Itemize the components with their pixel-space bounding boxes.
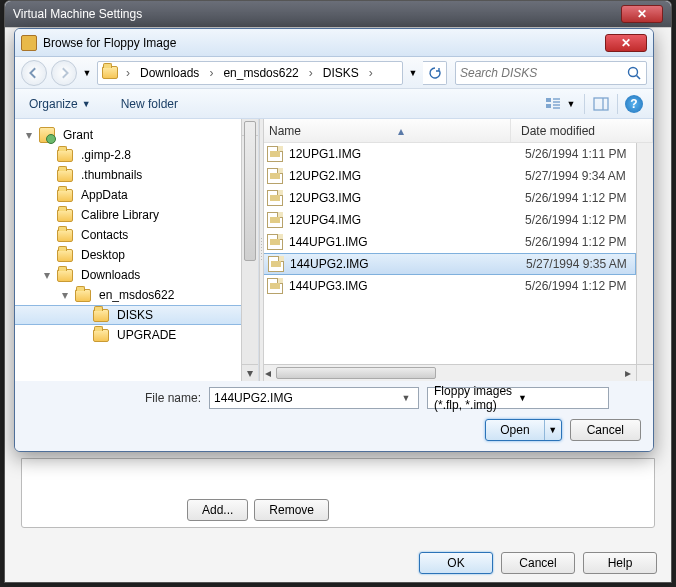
- breadcrumb-dropdown[interactable]: ▼: [407, 62, 419, 84]
- breadcrumb-segment[interactable]: Downloads: [134, 66, 205, 80]
- user-folder-icon: [39, 127, 55, 143]
- filter-label: Floppy images (*.flp, *.img): [434, 384, 518, 412]
- vm-settings-footer: OK Cancel Help: [419, 552, 657, 574]
- hscroll-thumb[interactable]: [276, 367, 436, 379]
- file-date: 5/26/1994 1:12 PM: [525, 213, 636, 227]
- disk-image-icon: [267, 212, 283, 228]
- organize-menu[interactable]: Organize ▼: [23, 94, 97, 114]
- tree-item-label: .gimp-2.8: [81, 148, 131, 162]
- remove-hardware-button[interactable]: Remove: [254, 499, 329, 521]
- chevron-right-icon[interactable]: ›: [205, 66, 217, 80]
- breadcrumb[interactable]: › Downloads›en_msdos622›DISKS›: [97, 61, 403, 85]
- tree-item[interactable]: Contacts: [15, 225, 258, 245]
- scroll-corner: [636, 364, 653, 381]
- file-row[interactable]: 12UPG2.IMG5/27/1994 9:34 AM: [259, 165, 636, 187]
- dialog-close-button[interactable]: ✕: [605, 34, 647, 52]
- scroll-down-arrow[interactable]: ▾: [242, 364, 258, 381]
- view-mode-button[interactable]: [542, 93, 564, 115]
- view-mode-dropdown[interactable]: ▼: [564, 93, 578, 115]
- chevron-right-icon[interactable]: ›: [365, 66, 377, 80]
- file-row[interactable]: 144UPG2.IMG5/27/1994 9:35 AM: [259, 253, 636, 275]
- svg-line-1: [637, 75, 641, 79]
- new-folder-button[interactable]: New folder: [115, 94, 184, 114]
- tree-item[interactable]: AppData: [15, 185, 258, 205]
- nav-back-button[interactable]: [21, 60, 47, 86]
- file-list[interactable]: 12UPG1.IMG5/26/1994 1:11 PM12UPG2.IMG5/2…: [259, 143, 636, 364]
- file-row[interactable]: 12UPG3.IMG5/26/1994 1:12 PM: [259, 187, 636, 209]
- chevron-right-icon[interactable]: ›: [305, 66, 317, 80]
- tree-item[interactable]: ▾Downloads: [15, 265, 258, 285]
- breadcrumb-segment[interactable]: DISKS: [317, 66, 365, 80]
- pane-splitter[interactable]: [259, 119, 264, 381]
- file-row[interactable]: 12UPG1.IMG5/26/1994 1:11 PM: [259, 143, 636, 165]
- nav-history-dropdown[interactable]: ▼: [81, 62, 93, 84]
- add-hardware-button[interactable]: Add...: [187, 499, 248, 521]
- folder-icon: [57, 209, 73, 222]
- file-name: 12UPG2.IMG: [289, 169, 525, 183]
- toolbar: Organize ▼ New folder ▼ ?: [15, 89, 653, 119]
- search-input[interactable]: [460, 66, 626, 80]
- tree-item[interactable]: UPGRADE: [15, 325, 258, 345]
- list-hscrollbar[interactable]: ◂ ▸: [259, 364, 636, 381]
- nav-forward-button[interactable]: [51, 60, 77, 86]
- file-name: 144UPG1.IMG: [289, 235, 525, 249]
- folder-tree[interactable]: ▾Grant.gimp-2.8.thumbnailsAppDataCalibre…: [15, 119, 258, 351]
- browse-dialog: Browse for Floppy Image ✕ ▼ › Downloads›…: [14, 28, 654, 452]
- ok-button[interactable]: OK: [419, 552, 493, 574]
- help-button[interactable]: ?: [623, 93, 645, 115]
- svg-point-0: [629, 67, 638, 76]
- tree-scrollbar[interactable]: ▴ ▾: [241, 119, 258, 381]
- refresh-button[interactable]: [423, 61, 447, 85]
- breadcrumb-root-chevron[interactable]: ›: [122, 66, 134, 80]
- tree-item[interactable]: ▾Grant: [15, 125, 258, 145]
- column-name[interactable]: Name▴: [259, 119, 511, 142]
- tree-twisty-icon[interactable]: ▾: [59, 288, 71, 302]
- svg-rect-3: [546, 104, 551, 108]
- tree-item[interactable]: .gimp-2.8: [15, 145, 258, 165]
- search-box[interactable]: [455, 61, 647, 85]
- dialog-icon: [21, 35, 37, 51]
- tree-item[interactable]: Desktop: [15, 245, 258, 265]
- file-name: 144UPG3.IMG: [289, 279, 525, 293]
- search-icon: [626, 65, 642, 81]
- breadcrumb-segment[interactable]: en_msdos622: [217, 66, 304, 80]
- tree-item[interactable]: DISKS: [15, 305, 258, 325]
- tree-item[interactable]: .thumbnails: [15, 165, 258, 185]
- disk-image-icon: [267, 234, 283, 250]
- file-row[interactable]: 144UPG1.IMG5/26/1994 1:12 PM: [259, 231, 636, 253]
- tree-twisty-icon[interactable]: ▾: [23, 128, 35, 142]
- scroll-right-arrow[interactable]: ▸: [619, 365, 636, 382]
- tree-item[interactable]: Calibre Library: [15, 205, 258, 225]
- filter-select[interactable]: Floppy images (*.flp, *.img) ▼: [427, 387, 609, 409]
- filename-dropdown[interactable]: ▼: [398, 393, 414, 403]
- preview-pane-button[interactable]: [590, 93, 612, 115]
- file-row[interactable]: 144UPG3.IMG5/26/1994 1:12 PM: [259, 275, 636, 297]
- folder-icon: [93, 309, 109, 322]
- scroll-thumb[interactable]: [244, 121, 256, 261]
- vm-settings-titlebar: Virtual Machine Settings ✕: [5, 1, 671, 27]
- tree-item[interactable]: ▾en_msdos622: [15, 285, 258, 305]
- filename-input[interactable]: [214, 391, 398, 405]
- file-row[interactable]: 12UPG4.IMG5/26/1994 1:12 PM: [259, 209, 636, 231]
- file-name: 144UPG2.IMG: [290, 257, 526, 271]
- open-dropdown[interactable]: ▼: [545, 425, 561, 435]
- dialog-footer: File name: ▼ Floppy images (*.flp, *.img…: [15, 381, 653, 451]
- toolbar-separator: [617, 94, 618, 114]
- cancel-button[interactable]: Cancel: [501, 552, 575, 574]
- column-date[interactable]: Date modified: [511, 119, 653, 142]
- filename-combo[interactable]: ▼: [209, 387, 419, 409]
- file-name: 12UPG3.IMG: [289, 191, 525, 205]
- tree-item-label: Grant: [63, 128, 93, 142]
- chevron-down-icon: ▼: [518, 393, 602, 403]
- tree-twisty-icon[interactable]: ▾: [41, 268, 53, 282]
- vm-settings-title: Virtual Machine Settings: [13, 7, 142, 21]
- file-date: 5/26/1994 1:11 PM: [525, 147, 636, 161]
- list-vscrollbar[interactable]: [636, 143, 653, 364]
- folder-tree-pane: ▾Grant.gimp-2.8.thumbnailsAppDataCalibre…: [15, 119, 259, 381]
- help-button[interactable]: Help: [583, 552, 657, 574]
- nav-row: ▼ › Downloads›en_msdos622›DISKS› ▼: [15, 57, 653, 89]
- vm-settings-close-button[interactable]: ✕: [621, 5, 663, 23]
- open-button[interactable]: Open ▼: [485, 419, 561, 441]
- disk-image-icon: [267, 278, 283, 294]
- dialog-cancel-button[interactable]: Cancel: [570, 419, 641, 441]
